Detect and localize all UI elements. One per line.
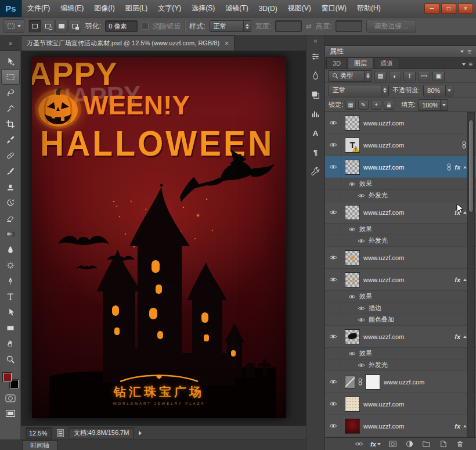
height-input[interactable] [336, 20, 362, 32]
tool-zoom[interactable] [1, 351, 20, 367]
feather-input[interactable] [105, 20, 138, 32]
lock-transparent-pixels-button[interactable]: ▦ [345, 100, 356, 110]
filter-shape-layers-button[interactable]: ▭ [418, 71, 430, 81]
add-layer-style-button[interactable]: fx [370, 440, 381, 449]
new-selection-button[interactable] [28, 20, 41, 33]
tool-presets-panel-button[interactable] [307, 163, 324, 180]
eye-icon[interactable] [358, 193, 365, 198]
chevron-down-icon[interactable] [460, 51, 464, 53]
new-group-button[interactable] [420, 440, 432, 449]
scrollbar-thumb[interactable] [468, 120, 474, 213]
paragraph-panel-button[interactable]: ¶ [307, 143, 324, 161]
tool-lasso[interactable] [1, 85, 20, 100]
intersect-selection-button[interactable] [68, 20, 81, 33]
close-tab-icon[interactable]: × [225, 39, 229, 48]
eye-icon[interactable] [358, 318, 365, 322]
properties-panel-header[interactable]: 属性 ≡ [325, 46, 476, 57]
tool-pen[interactable] [1, 273, 20, 289]
menu-edit[interactable]: 编辑(E) [55, 0, 89, 17]
fill-input[interactable]: 100% [418, 99, 448, 111]
layer-thumbnail[interactable] [345, 205, 360, 220]
tool-path-selection[interactable] [1, 304, 20, 320]
effects-row[interactable]: 效果 [325, 178, 476, 190]
eye-icon[interactable] [348, 182, 356, 186]
collapse-effects-icon[interactable] [463, 166, 467, 168]
panel-menu-icon[interactable]: ≡ [467, 48, 471, 56]
layer-row[interactable]: www.uzzf.com [325, 371, 476, 393]
menu-filter[interactable]: 滤镜(T) [220, 0, 253, 17]
eye-icon[interactable] [348, 351, 356, 356]
visibility-toggle[interactable] [325, 156, 341, 178]
layer-row[interactable]: www.uzzf.com fx [325, 415, 476, 437]
tool-blur[interactable] [1, 242, 20, 257]
close-button[interactable]: × [458, 3, 473, 14]
tool-brush[interactable] [1, 163, 20, 179]
visibility-toggle[interactable] [325, 269, 341, 290]
tool-preset-picker[interactable] [3, 19, 24, 33]
layer-thumbnail[interactable] [345, 250, 360, 265]
tool-hand[interactable] [1, 336, 20, 351]
visibility-toggle[interactable] [325, 201, 341, 223]
filter-smart-objects-button[interactable]: ▣ [432, 71, 445, 81]
menu-file[interactable]: 文件(F) [22, 0, 55, 17]
layer-row[interactable]: www.uzzf.com fx [325, 326, 476, 348]
document-tab[interactable]: 万圣节珠宝广场宣传活动素材.psd @ 12.5% (www.uzzf.com,… [21, 35, 235, 51]
histogram-panel-button[interactable] [307, 105, 324, 123]
layer-row[interactable]: www.uzzf.com fx [325, 269, 476, 291]
text-layer-thumbnail[interactable]: T [345, 138, 360, 153]
layer-thumbnail[interactable] [345, 160, 360, 175]
menu-window[interactable]: 窗口(W) [316, 0, 352, 17]
link-layers-button[interactable] [353, 440, 365, 449]
swap-dimensions-icon[interactable]: ⇄ [306, 22, 312, 30]
layer-row[interactable]: www.uzzf.com fx [325, 201, 476, 224]
foreground-color-swatch[interactable] [3, 373, 12, 381]
menu-help[interactable]: 帮助(H) [352, 0, 386, 17]
expand-panels-icon[interactable]: « [314, 35, 318, 46]
tool-gradient[interactable] [1, 226, 20, 242]
eye-icon[interactable] [358, 306, 365, 311]
adjustment-layer-button[interactable] [403, 440, 415, 449]
tool-quick-selection[interactable] [1, 100, 20, 116]
color-panel-button[interactable] [307, 67, 324, 84]
effect-item-row[interactable]: 颜色叠加 [325, 314, 476, 326]
menu-type[interactable]: 文字(Y) [153, 0, 186, 17]
effects-row[interactable]: 效果 [325, 291, 476, 303]
tool-spot-healing[interactable] [1, 147, 20, 163]
screen-mode-button[interactable] [2, 408, 19, 419]
timeline-tab[interactable]: 时间轴 [22, 440, 57, 450]
eye-icon[interactable] [348, 227, 356, 232]
effect-item-row[interactable]: 描边 [325, 303, 476, 314]
menu-image[interactable]: 图像(I) [89, 0, 120, 17]
collapse-effects-icon[interactable] [463, 336, 467, 338]
adjustment-thumbnail[interactable] [345, 376, 355, 388]
effects-row[interactable]: 效果 [325, 348, 476, 359]
minimize-button[interactable]: ─ [424, 3, 439, 14]
quick-mask-button[interactable] [2, 393, 19, 404]
layer-row[interactable]: www.uzzf.com [325, 112, 476, 134]
effects-row[interactable]: 效果 [325, 224, 476, 235]
style-select[interactable]: 正常 [210, 20, 251, 32]
visibility-toggle[interactable] [325, 371, 341, 393]
menu-select[interactable]: 选择(S) [186, 0, 220, 17]
layer-row[interactable]: www.uzzf.com [325, 247, 476, 269]
tool-type[interactable] [1, 289, 20, 304]
panel-menu-icon[interactable]: ≡ [468, 60, 473, 69]
tool-dodge[interactable] [1, 257, 20, 273]
adjustments-panel-button[interactable] [307, 48, 324, 65]
tool-shape[interactable] [1, 320, 20, 336]
eye-icon[interactable] [358, 239, 365, 243]
tab-layers[interactable]: 图层 [348, 57, 373, 69]
filter-type-layers-button[interactable]: T [403, 71, 416, 81]
tool-eyedropper[interactable] [1, 132, 20, 147]
effect-item-row[interactable]: 外发光 [325, 190, 476, 201]
layer-thumbnail[interactable] [345, 116, 360, 131]
lock-all-button[interactable] [384, 100, 394, 110]
layer-thumbnail[interactable] [345, 397, 360, 412]
blend-mode-select[interactable]: 正常 [329, 85, 389, 96]
maximize-button[interactable]: □ [441, 3, 456, 14]
effect-item-row[interactable]: 外发光 [325, 235, 476, 247]
menu-layer[interactable]: 图层(L) [120, 0, 153, 17]
tool-eraser[interactable] [1, 210, 20, 226]
visibility-toggle[interactable] [325, 415, 341, 437]
status-menu-arrow-icon[interactable] [139, 431, 142, 435]
